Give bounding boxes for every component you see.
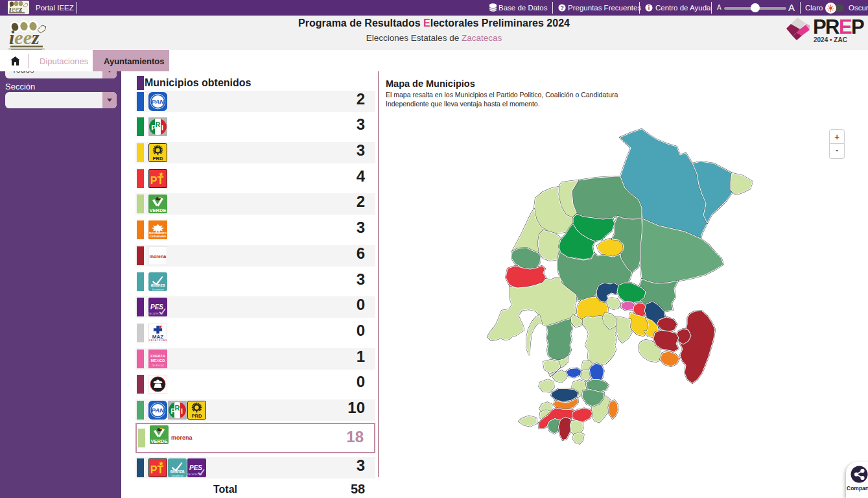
svg-text:ZACATECAS: ZACATECAS [187,473,202,476]
svg-text:PAN: PAN [152,98,165,105]
svg-text:Z A C A T E C A S: Z A C A T E C A S [149,339,167,342]
svg-text:alianza: alianza [151,283,165,287]
svg-text:FUERZA: FUERZA [150,354,165,358]
svg-text:PES: PES [189,464,202,471]
svg-text:2024 • ZAC: 2024 • ZAC [814,36,847,43]
svg-text:?: ? [560,5,563,11]
svg-text:i: i [648,5,650,11]
svg-text:PREP: PREP [813,18,864,38]
svg-text:PT: PT [150,464,164,475]
svg-text:Zacatecas: Zacatecas [152,287,163,290]
svg-text:ieez: ieez [9,4,23,14]
svg-text:PRD: PRD [192,413,202,419]
svg-text:R: R [175,404,180,412]
svg-text:PES: PES [150,303,163,311]
svg-text:PT: PT [150,175,164,186]
svg-text:I: I [181,407,183,415]
svg-text:Zacatecas: Zacatecas [171,474,183,477]
svg-text:MEXICO: MEXICO [151,359,165,362]
svg-text:morena: morena [150,254,166,258]
svg-text:PRD: PRD [153,156,163,161]
svg-text:PAN: PAN [152,407,165,414]
svg-text:VERDE: VERDE [150,208,167,213]
svg-text:ZACATECAS: ZACATECAS [148,312,163,315]
svg-text:CIUDADANO: CIUDADANO [150,235,167,238]
svg-text:R: R [156,121,161,128]
svg-text:alianza: alianza [170,469,185,473]
svg-text:I: I [161,124,163,132]
svg-text:ZACATECAS: ZACATECAS [152,364,164,366]
svg-text:VERDE: VERDE [151,438,168,444]
